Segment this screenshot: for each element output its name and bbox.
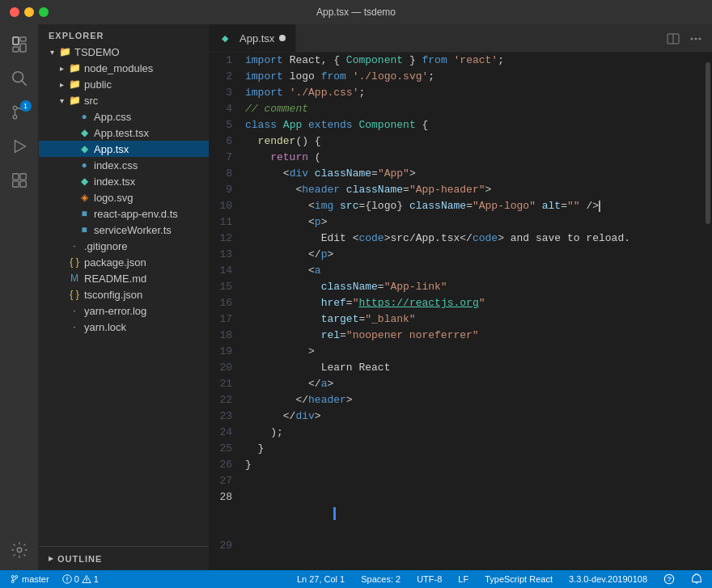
code-line-28: 28 [209,489,704,538]
sidebar-item-label: package.json [84,256,146,269]
sidebar-item-index.tsx[interactable]: ◆ index.tsx [39,173,209,189]
code-line-27: 27 [209,473,704,489]
sidebar-item-package.json[interactable]: { } package.json [39,254,209,270]
sidebar-item-label: .gitignore [84,240,127,252]
folder-icon: 📁 [58,45,71,58]
folder-arrow-icon: ▸ [55,64,68,73]
encoding-label: UTF-8 [417,574,442,584]
sidebar-item-public[interactable]: ▸ 📁 public [39,76,209,92]
sidebar-item-label: App.tsx [94,143,129,155]
language-mode-status[interactable]: TypeScript React [481,570,556,588]
sidebar-item-README.md[interactable]: M README.md [39,270,209,286]
sidebar-item-node_modules[interactable]: ▸ 📁 node_modules [39,60,209,76]
sidebar-title: Explorer [39,24,209,44]
code-editor[interactable]: 1 import React, { Component } from 'reac… [209,53,704,570]
line-ending-status[interactable]: LF [455,570,472,588]
code-line-16: 16 href="https://reactjs.org" [209,295,704,311]
sidebar-item-label: src [84,95,98,107]
ts-file-icon: ■ [78,207,91,220]
editor-area: ◆ App.tsx [209,24,712,570]
svg-rect-13 [19,181,25,187]
sidebar-item-label: App.css [94,111,131,123]
json-file-icon: { } [68,288,81,301]
split-editor-button[interactable] [663,29,683,52]
file-icon: · [68,320,81,333]
outline-arrow-icon: ▸ [49,553,54,564]
svg-line-5 [22,81,26,85]
svg-rect-12 [12,181,18,187]
ts-file-icon: ■ [78,223,91,236]
notification-bell-button[interactable] [688,570,706,588]
svg-point-17 [691,38,693,40]
git-branch-status[interactable]: master [6,570,53,588]
sidebar-item-gitignore[interactable]: · .gitignore [39,238,209,254]
activity-bar-bottom [6,536,33,570]
tab-file-icon: ◆ [218,32,231,44]
cursor-position-status[interactable]: Ln 27, Col 1 [294,570,348,588]
folder-arrow-icon: ▸ [55,80,68,89]
svg-rect-2 [20,44,26,52]
code-line-25: 25 } [209,441,704,457]
svg-rect-0 [13,37,19,44]
tab-label: App.tsx [239,32,274,44]
sidebar-item-App.tsx[interactable]: ◆ App.tsx [39,141,209,157]
svg-point-19 [699,38,701,40]
json-file-icon: { } [68,256,81,269]
sidebar-item-logo.svg[interactable]: ◈ logo.svg [39,189,209,205]
sidebar-item-src[interactable]: ▾ 📁 src [39,92,209,108]
ts-version-status[interactable]: 3.3.0-dev.20190108 [566,570,651,588]
sidebar-item-serviceWorker[interactable]: ■ serviceWorker.ts [39,222,209,238]
sidebar-item-App.test.tsx[interactable]: ◆ App.test.tsx [39,125,209,141]
close-button[interactable] [10,7,19,17]
tab-App.tsx[interactable]: ◆ App.tsx [209,23,296,52]
sidebar-item-App.css[interactable]: ● App.css [39,108,209,125]
sidebar-item-yarn-error.log[interactable]: · yarn-error.log [39,302,209,319]
sidebar-item-tsdemo[interactable]: ▾ 📁 TSDEMO [39,44,209,60]
tab-modified-indicator [279,35,286,41]
extensions-activity-icon[interactable] [6,167,33,194]
svg-point-25 [66,581,67,582]
svg-point-18 [695,38,697,40]
code-line-11: 11 <p> [209,214,704,231]
encoding-status[interactable]: UTF-8 [413,570,445,588]
sidebar-item-react-app-env[interactable]: ■ react-app-env.d.ts [39,205,209,222]
run-activity-icon[interactable] [6,133,33,160]
status-bar-left: master 0 1 [6,570,102,588]
maximize-button[interactable] [39,7,49,17]
sidebar-item-label: react-app-env.d.ts [94,208,178,220]
feedback-button[interactable] [660,570,678,588]
search-activity-icon[interactable] [6,65,33,92]
folder-icon: 📁 [68,78,81,91]
indentation-status[interactable]: Spaces: 2 [358,570,404,588]
sidebar-item-index.css[interactable]: ● index.css [39,157,209,173]
sidebar-item-yarn.lock[interactable]: · yarn.lock [39,319,209,335]
folder-icon: 📁 [68,61,81,74]
more-actions-button[interactable] [686,29,706,52]
sidebar-item-label: tsconfig.json [84,289,142,301]
svg-rect-10 [12,174,18,180]
sidebar-item-tsconfig.json[interactable]: { } tsconfig.json [39,286,209,302]
indentation-label: Spaces: 2 [361,574,400,584]
code-line-1: 1 import React, { Component } from 'reac… [209,53,704,69]
vertical-scrollbar[interactable] [704,53,712,570]
sidebar-item-label: index.tsx [94,176,135,188]
sidebar-item-label: node_modules [84,62,153,74]
md-file-icon: M [68,272,81,285]
outline-toggle[interactable]: ▸ Outline [39,550,209,567]
editor-content[interactable]: 1 import React, { Component } from 'reac… [209,53,712,570]
code-line-23: 23 </div> [209,408,704,425]
explorer-activity-icon[interactable] [6,31,33,58]
errors-status[interactable]: 0 1 [59,570,102,588]
scrollbar-thumb[interactable] [706,62,710,224]
svg-point-29 [668,580,669,581]
minimize-button[interactable] [24,7,34,17]
css-file-icon: ● [78,159,91,171]
code-line-26: 26 } [209,457,704,473]
settings-activity-icon[interactable] [6,536,33,564]
code-line-8: 8 <div className="App"> [209,166,704,182]
outline-section: ▸ Outline [39,546,209,570]
warnings-count: 1 [94,574,99,584]
status-bar: master 0 1 Ln 27, Col 1 Spaces: 2 UTF-8 [0,570,712,588]
source-control-activity-icon[interactable]: 1 [6,99,33,126]
code-line-24: 24 ); [209,425,704,441]
